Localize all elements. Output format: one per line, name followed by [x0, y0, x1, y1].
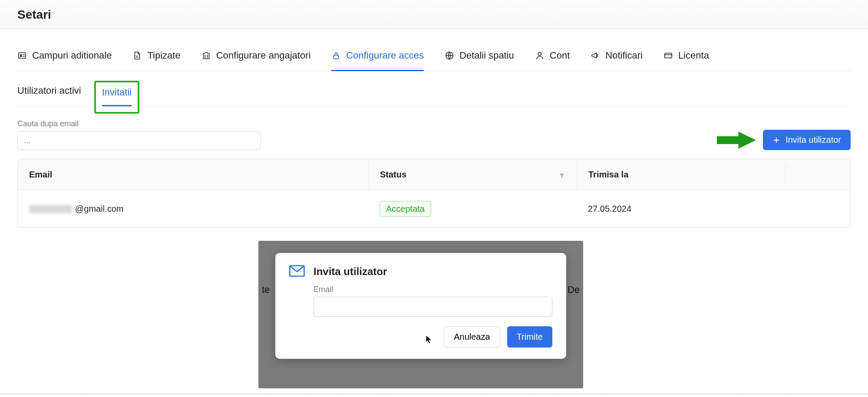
email-suffix: @gmail.com: [75, 204, 123, 214]
id-card-icon: [17, 51, 27, 60]
background-fragment: De: [568, 284, 580, 295]
cell-sent-at: 27.05.2024: [577, 194, 785, 224]
invitations-table: Email Status Trimisa la @gmail.com Accep…: [17, 159, 851, 228]
mail-icon: [289, 265, 305, 278]
cell-status: Acceptata: [368, 190, 577, 227]
tab-configurare-angajatori[interactable]: Configurare angajatori: [201, 42, 311, 71]
svg-marker-6: [717, 131, 756, 149]
modal-email-label: Email: [314, 285, 552, 294]
primary-tabs: Campuri aditionale Tipizate Configurare …: [17, 42, 851, 71]
tab-label: Configurare angajatori: [216, 50, 311, 61]
tab-detalii-spatiu[interactable]: Detalii spatiu: [445, 42, 514, 71]
tab-notificari[interactable]: Notificari: [591, 42, 643, 71]
button-label: Invita utilizator: [785, 135, 841, 145]
secondary-tabs: Utilizatori activi Invitatii: [17, 71, 851, 106]
tab-invitatii[interactable]: Invitatii: [102, 87, 132, 106]
th-email: Email: [18, 159, 368, 190]
lock-icon: [331, 51, 341, 60]
status-badge: Acceptata: [380, 201, 431, 217]
cancel-button[interactable]: Anuleaza: [444, 326, 500, 348]
tab-configurare-acces[interactable]: Configurare acces: [331, 42, 424, 71]
th-actions: [785, 164, 850, 185]
table-header: Email Status Trimisa la: [18, 159, 850, 190]
tab-label: Notificari: [605, 50, 643, 61]
tab-label: Licenta: [678, 50, 709, 61]
page-title: Setari: [17, 8, 868, 22]
megaphone-icon: [591, 51, 600, 60]
search-label: Cauta dupa email: [17, 119, 261, 128]
modal-overlay: te De Invita utilizator Email Anuleaza T…: [258, 241, 583, 388]
plus-icon: [772, 136, 780, 144]
tab-label: Detalii spatiu: [459, 50, 514, 61]
bank-icon: [201, 51, 211, 60]
tab-cont[interactable]: Cont: [535, 42, 570, 71]
modal-email-input[interactable]: [314, 297, 552, 317]
tab-label: Campuri aditionale: [32, 50, 112, 61]
user-icon: [535, 51, 545, 60]
th-sent-at: Trimisa la: [577, 159, 785, 190]
svg-rect-2: [334, 55, 339, 59]
background-fragment: te: [262, 284, 270, 295]
tab-campuri-aditionale[interactable]: Campuri aditionale: [17, 42, 112, 71]
redacted-text: [29, 205, 73, 213]
invite-user-modal: Invita utilizator Email Anuleaza Trimite: [275, 253, 566, 359]
filter-icon[interactable]: [558, 171, 565, 178]
annotation-arrow-icon: [717, 131, 756, 149]
cell-actions: [785, 199, 850, 220]
tab-licenta[interactable]: Licenta: [663, 42, 709, 71]
svg-point-4: [538, 52, 541, 56]
document-icon: [132, 51, 142, 60]
globe-icon: [445, 51, 454, 60]
send-button[interactable]: Trimite: [507, 326, 552, 348]
card-icon: [663, 51, 673, 60]
tab-utilizatori-activi[interactable]: Utilizatori activi: [17, 85, 81, 106]
tab-tipizate[interactable]: Tipizate: [132, 42, 180, 71]
search-input[interactable]: [17, 131, 261, 150]
svg-rect-5: [665, 53, 672, 58]
tab-label: Configurare acces: [346, 50, 424, 61]
cell-email: @gmail.com: [18, 194, 368, 224]
highlight-invitatii: Invitatii: [94, 81, 139, 114]
th-status[interactable]: Status: [368, 159, 577, 190]
invite-user-button[interactable]: Invita utilizator: [763, 130, 851, 150]
table-row: @gmail.com Acceptata 27.05.2024: [18, 190, 850, 227]
tab-label: Cont: [550, 50, 570, 61]
svg-rect-0: [19, 53, 26, 59]
modal-title: Invita utilizator: [314, 266, 387, 278]
svg-point-1: [20, 54, 22, 56]
tab-label: Tipizate: [147, 50, 180, 61]
bottom-divider: [0, 394, 868, 397]
